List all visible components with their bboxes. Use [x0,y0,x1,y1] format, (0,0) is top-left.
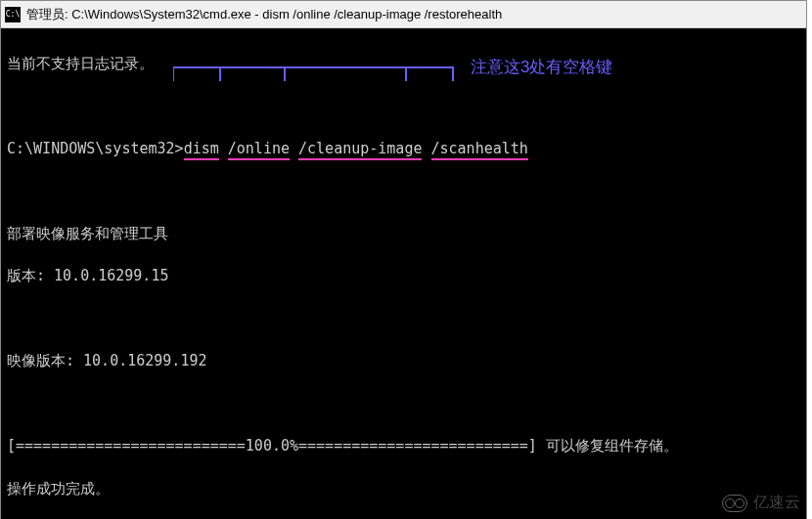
prompt: C:\WINDOWS\system32> [7,140,184,157]
command-line-1: C:\WINDOWS\system32>dism /online /cleanu… [7,139,800,160]
window-title: 管理员: C:\Windows\System32\cmd.exe - dism … [26,6,502,23]
blank-line [7,181,800,202]
cmd-window: C:\ 管理员: C:\Windows\System32\cmd.exe - d… [0,0,807,519]
progress-line: [==========================100.0%=======… [7,436,800,457]
annotation-text: 注意这3处有空格键 [471,56,612,80]
watermark-icon [722,495,747,512]
titlebar[interactable]: C:\ 管理员: C:\Windows\System32\cmd.exe - d… [1,1,806,28]
blank-line [7,96,800,117]
cmd-part: dism [184,140,219,160]
output-line: 映像版本: 10.0.16299.192 [7,351,800,372]
terminal-area[interactable]: 当前不支持日志记录。 C:\WINDOWS\system32>dism /onl… [1,28,806,519]
cmd-part: /scanhealth [431,140,528,160]
cmd-part: /cleanup-image [298,140,422,160]
cmd-part: /online [228,140,290,160]
cmd-icon: C:\ [5,7,21,22]
watermark-text: 亿速云 [753,493,800,513]
output-line: 当前不支持日志记录。 [7,54,800,75]
output-line: 部署映像服务和管理工具 [7,224,800,245]
blank-line [7,394,800,415]
watermark: 亿速云 [722,493,800,513]
blank-line [7,309,800,330]
output-line: 操作成功完成。 [7,479,800,500]
output-line: 版本: 10.0.16299.15 [7,266,800,287]
